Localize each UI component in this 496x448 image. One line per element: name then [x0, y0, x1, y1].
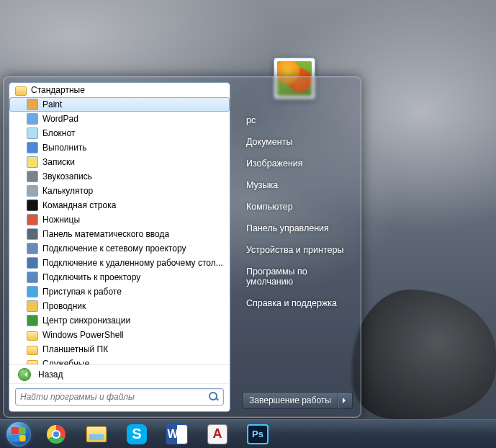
search-input[interactable] — [20, 392, 209, 402]
run-icon — [27, 142, 38, 153]
program-item-snipping[interactable]: Ножницы — [9, 212, 230, 227]
netprojector-icon — [27, 243, 38, 254]
skype-icon: S — [127, 424, 147, 444]
program-item-rdp[interactable]: Подключение к удаленному рабочему стол..… — [9, 256, 230, 270]
rdp-icon — [27, 257, 38, 269]
windows-orb-icon — [6, 422, 31, 447]
snipping-icon — [27, 214, 38, 225]
program-label: Панель математического ввода — [42, 229, 169, 239]
right-pane-item-2[interactable]: Изображения — [242, 153, 353, 174]
program-item-wordpad[interactable]: WordPad — [9, 112, 230, 126]
right-pane-item-3[interactable]: Музыка — [242, 174, 353, 196]
search-container — [9, 383, 230, 411]
program-label: Блокнот — [42, 128, 75, 138]
program-label: Центр синхронизации — [42, 315, 130, 326]
program-item-folder[interactable]: Планшетный ПК — [9, 342, 230, 357]
shutdown-options-arrow[interactable] — [338, 392, 353, 409]
projector-icon — [27, 272, 38, 283]
chrome-icon — [47, 425, 66, 444]
synccenter-icon — [27, 315, 38, 326]
start-button[interactable] — [1, 421, 36, 448]
word-icon: W — [166, 424, 188, 444]
program-label: Калькулятор — [42, 186, 93, 196]
program-item-explorer[interactable]: Проводник — [9, 299, 230, 313]
folder-label: Стандартные — [31, 85, 85, 95]
taskbar: S W A Ps — [0, 419, 496, 448]
program-item-calculator[interactable]: Калькулятор — [9, 184, 230, 198]
start-menu-right-pane: pcДокументыИзображенияМузыкаКомпьютерПан… — [230, 82, 356, 412]
taskbar-item-photoshop[interactable]: Ps — [238, 421, 277, 448]
program-label: Выполнить — [42, 143, 87, 153]
start-menu: Стандартные PaintWordPadБлокнотВыполнить… — [3, 76, 361, 418]
right-pane-item-6[interactable]: Устройства и принтеры — [242, 239, 353, 261]
program-label: Командная строка — [42, 200, 116, 210]
autocad-icon: A — [207, 424, 227, 444]
shutdown-button[interactable]: Завершение работы — [242, 392, 338, 409]
program-label: Звукозапись — [42, 171, 92, 182]
right-pane-item-8[interactable]: Справка и поддержка — [242, 292, 353, 314]
soundrecorder-icon — [27, 171, 38, 182]
program-item-netprojector[interactable]: Подключение к сетевому проектору — [9, 241, 230, 256]
right-pane-item-4[interactable]: Компьютер — [242, 196, 353, 218]
program-label: Записки — [42, 157, 75, 167]
search-icon — [209, 392, 219, 402]
shutdown-label: Завершение работы — [249, 395, 331, 406]
photoshop-icon: Ps — [247, 424, 269, 444]
folder-icon — [15, 84, 27, 96]
folder-header-accessories[interactable]: Стандартные — [9, 83, 230, 97]
program-item-notepad[interactable]: Блокнот — [9, 126, 230, 140]
folder-icon — [27, 358, 38, 364]
back-label: Назад — [38, 369, 63, 380]
taskbar-item-skype[interactable]: S — [117, 421, 156, 448]
taskbar-item-chrome[interactable] — [37, 421, 76, 448]
all-programs-list[interactable]: Стандартные PaintWordPadБлокнотВыполнить… — [9, 83, 230, 364]
stickynotes-icon — [27, 156, 38, 168]
program-item-stickynotes[interactable]: Записки — [9, 155, 230, 169]
program-label: Ножницы — [42, 215, 80, 225]
program-item-projector[interactable]: Подключить к проектору — [9, 270, 230, 285]
program-label: Windows PowerShell — [42, 330, 124, 340]
right-pane-item-0[interactable]: pc — [242, 109, 353, 131]
program-item-gettingstarted[interactable]: Приступая к работе — [9, 285, 230, 299]
file-explorer-icon — [86, 426, 107, 442]
program-label: Подключение к удаленному рабочему стол..… — [42, 258, 223, 268]
folder-icon — [27, 329, 38, 341]
program-item-synccenter[interactable]: Центр синхронизации — [9, 313, 230, 328]
gettingstarted-icon — [27, 286, 38, 297]
back-arrow-icon — [18, 368, 31, 381]
right-pane-item-5[interactable]: Панель управления — [242, 218, 353, 239]
taskbar-item-autocad[interactable]: A — [198, 421, 237, 448]
program-label: Планшетный ПК — [42, 344, 108, 354]
program-item-run[interactable]: Выполнить — [9, 140, 230, 155]
program-item-folder[interactable]: Windows PowerShell — [9, 328, 230, 342]
taskbar-item-explorer[interactable] — [77, 421, 116, 448]
program-item-paint[interactable]: Paint — [9, 97, 230, 112]
program-label: Подключить к проектору — [42, 272, 140, 282]
calculator-icon — [27, 185, 38, 197]
paint-icon — [27, 99, 38, 110]
shutdown-group: Завершение работы — [242, 392, 353, 409]
program-label: Приступая к работе — [42, 287, 122, 297]
program-item-mathinput[interactable]: Панель математического ввода — [9, 227, 230, 241]
program-label: Служебные — [42, 359, 89, 364]
wordpad-icon — [27, 113, 38, 125]
cmd-icon — [27, 200, 38, 211]
explorer-icon — [27, 300, 38, 312]
right-pane-item-1[interactable]: Документы — [242, 131, 353, 153]
program-label: Подключение к сетевому проектору — [42, 243, 186, 254]
search-box[interactable] — [15, 388, 224, 406]
program-label: Paint — [42, 99, 62, 109]
program-item-cmd[interactable]: Командная строка — [9, 198, 230, 212]
taskbar-item-word[interactable]: W — [158, 421, 197, 448]
start-menu-left-pane: Стандартные PaintWordPadБлокнотВыполнить… — [9, 82, 230, 412]
back-button[interactable]: Назад — [9, 364, 230, 383]
program-item-folder[interactable]: Служебные — [9, 357, 230, 364]
right-pane-item-7[interactable]: Программы по умолчанию — [242, 261, 353, 292]
folder-icon — [27, 344, 38, 355]
program-item-soundrecorder[interactable]: Звукозапись — [9, 169, 230, 184]
program-label: WordPad — [42, 114, 78, 124]
notepad-icon — [27, 127, 38, 139]
program-label: Проводник — [42, 301, 86, 311]
mathinput-icon — [27, 228, 38, 240]
